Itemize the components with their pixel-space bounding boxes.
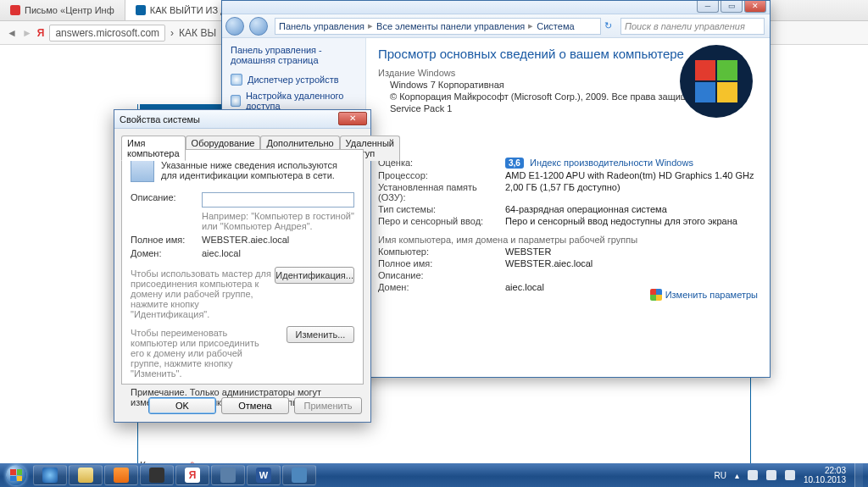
dlg-titlebar[interactable]: Свойства системы	[114, 110, 370, 129]
dlg-close-button[interactable]: ✕	[338, 112, 367, 125]
sidebar-remote-settings[interactable]: Настройка удаленного доступа	[231, 91, 357, 111]
type-key: Тип системы:	[378, 204, 505, 214]
cp-minimize-button[interactable]: ─	[697, 1, 719, 13]
yandex-icon[interactable]: Я	[37, 27, 45, 39]
windows-orb-icon	[6, 465, 26, 485]
desc-key: Описание:	[378, 270, 505, 280]
system-tray: RU ▴ 22:03 10.10.2013	[714, 463, 868, 487]
tray-volume-icon[interactable]	[785, 470, 795, 480]
nav-back-icon[interactable]: ◄	[7, 27, 17, 39]
media-icon	[114, 468, 129, 483]
nav-fwd-icon[interactable]: ►	[22, 27, 32, 39]
cp-nav-bar: Панель управления▸ Все элементы панели у…	[222, 14, 770, 38]
dlg-title-text: Свойства системы	[120, 114, 200, 125]
tray-network-icon[interactable]	[766, 470, 776, 480]
taskbar: Я W RU ▴ 22:03 10.10.2013	[0, 463, 868, 487]
crumb-2[interactable]: Система	[537, 21, 574, 31]
cpu-key: Процессор:	[378, 170, 505, 180]
domain-key: Домен:	[378, 282, 505, 292]
dlg-desc-label: Описание:	[131, 192, 202, 208]
rating-link[interactable]: Индекс производительности Windows	[530, 158, 693, 168]
app-icon	[220, 468, 236, 483]
ie-icon	[42, 468, 58, 483]
crumb-0[interactable]: Панель управления	[279, 21, 364, 31]
start-button[interactable]	[0, 463, 32, 487]
cp-titlebar[interactable]	[222, 1, 770, 14]
show-desktop-button[interactable]	[854, 463, 863, 487]
taskbar-explorer[interactable]	[69, 465, 103, 485]
rating-badge: 3,6	[505, 158, 524, 169]
ok-button[interactable]: OK	[148, 397, 216, 414]
dlg-footer: OK Отмена Применить	[114, 390, 370, 422]
network-id-button[interactable]: Идентификация...	[275, 267, 354, 284]
address-host[interactable]: answers.microsoft.com	[49, 25, 165, 42]
change-settings-link[interactable]: Изменить параметры	[650, 289, 758, 301]
address-crumb: КАК ВЫ	[179, 27, 216, 39]
tray-clock[interactable]: 22:03 10.10.2013	[804, 466, 846, 484]
description-input[interactable]	[202, 192, 354, 208]
ram-value: 2,00 ГБ (1,57 ГБ доступно)	[505, 182, 620, 202]
taskbar-yandex[interactable]: Я	[175, 465, 209, 485]
full-key: Полное имя:	[378, 258, 505, 268]
taskbar-media[interactable]	[104, 465, 138, 485]
cancel-button[interactable]: Отмена	[221, 397, 289, 414]
computer-icon	[131, 158, 154, 182]
browser-tab-0[interactable]: Письмо «Центр Инф	[0, 0, 125, 20]
winamp-icon	[149, 468, 164, 483]
comp-key: Компьютер:	[378, 246, 505, 257]
shield-icon	[231, 74, 242, 86]
dlg-full-value: WEBSTER.aiec.local	[202, 235, 289, 245]
refresh-icon[interactable]: ↻	[604, 20, 612, 31]
address-crumb-sep: ›	[170, 27, 174, 39]
windows-logo	[680, 45, 753, 118]
cpu-value: AMD E1-1200 APU with Radeon(tm) HD Graph…	[505, 170, 754, 180]
tab-title-0: Письмо «Центр Инф	[25, 5, 114, 15]
cp-nav-forward[interactable]	[249, 17, 268, 36]
sidebar-device-manager[interactable]: Диспетчер устройств	[231, 74, 357, 86]
dlg-panel: Указанные ниже сведения используются для…	[121, 149, 364, 385]
cp-maximize-button[interactable]: ▭	[721, 1, 743, 13]
sidebar-device-manager-label: Диспетчер устройств	[248, 75, 339, 85]
cp-close-button[interactable]: ✕	[744, 1, 766, 13]
taskbar-winamp[interactable]	[140, 465, 174, 485]
tray-time: 22:03	[804, 466, 846, 475]
folder-icon	[78, 468, 93, 483]
cp-search-input[interactable]: Поиск в панели управления	[620, 18, 765, 35]
type-value: 64-разрядная операционная система	[505, 204, 667, 214]
taskbar-app1[interactable]	[211, 465, 245, 485]
wizard-hint: Чтобы использовать мастер для присоедине…	[131, 268, 275, 319]
cp-home-link[interactable]: Панель управления - домашняя страница	[231, 45, 357, 65]
change-button[interactable]: Изменить...	[287, 326, 354, 343]
change-settings-label: Изменить параметры	[665, 290, 758, 300]
dlg-full-key: Полное имя:	[131, 235, 202, 245]
taskbar-word[interactable]: W	[247, 465, 281, 485]
full-value: WEBSTER.aiec.local	[505, 258, 593, 268]
taskbar-app2[interactable]	[282, 465, 316, 485]
tray-show-hidden-icon[interactable]: ▴	[735, 471, 739, 480]
tab-computer-name[interactable]: Имя компьютера	[121, 136, 186, 161]
crumb-1[interactable]: Все элементы панели управления	[376, 21, 525, 31]
group-section-label: Имя компьютера, имя домена и параметры р…	[378, 235, 758, 245]
taskbar-ie[interactable]	[33, 465, 67, 485]
cp-window-controls: ─ ▭ ✕	[695, 1, 766, 13]
cp-breadcrumbs[interactable]: Панель управления▸ Все элементы панели у…	[275, 18, 601, 35]
dlg-desc-hint: Например: "Компьютер в гостиной" или "Ко…	[202, 211, 354, 231]
tray-date: 10.10.2013	[804, 475, 846, 484]
apply-button[interactable]: Применить	[294, 397, 362, 414]
cp-nav-back[interactable]	[225, 17, 244, 36]
ram-key: Установленная память (ОЗУ):	[378, 182, 505, 202]
pen-key: Перо и сенсорный ввод:	[378, 216, 505, 226]
shield-icon	[650, 289, 662, 301]
domain-value: aiec.local	[505, 282, 544, 292]
comp-value: WEBSTER	[505, 246, 551, 257]
tray-flag-icon[interactable]	[748, 470, 758, 480]
tray-lang[interactable]: RU	[714, 471, 726, 480]
pen-value: Перо и сенсорный ввод недоступны для это…	[505, 216, 737, 226]
dlg-domain-key: Домен:	[131, 248, 202, 258]
word-icon: W	[256, 468, 271, 483]
dlg-intro: Указанные ниже сведения используются для…	[131, 160, 354, 180]
yandex-icon: Я	[185, 468, 200, 483]
shield-icon	[231, 95, 241, 107]
rename-hint: Чтобы переименовать компьютер или присое…	[131, 328, 275, 379]
tab-favicon-1	[136, 5, 146, 15]
